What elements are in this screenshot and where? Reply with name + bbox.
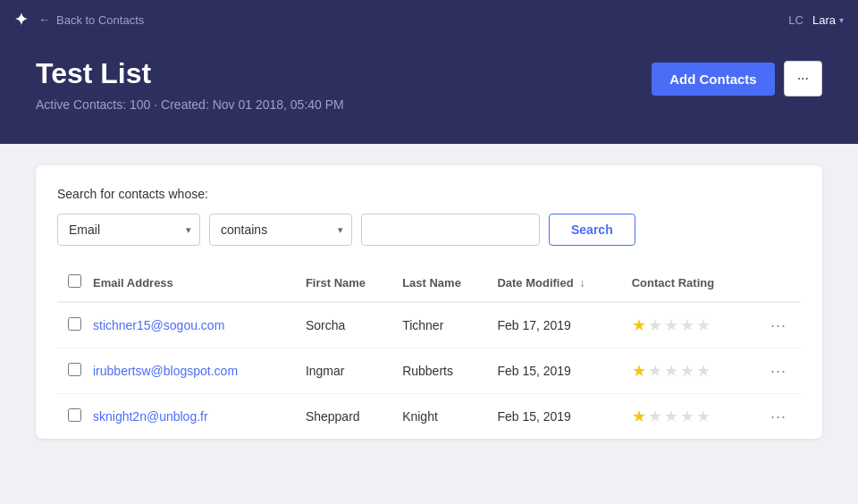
row-date-modified: Feb 15, 2019: [497, 349, 631, 394]
star-1[interactable]: ★: [632, 315, 646, 335]
email-link[interactable]: irubbertsw@blogspot.com: [93, 364, 238, 378]
row-checkbox-cell: [57, 349, 93, 394]
user-initials: LC: [788, 13, 803, 27]
star-2[interactable]: ★: [648, 361, 662, 381]
row-email: sknight2n@unblog.fr: [93, 394, 306, 440]
chevron-down-icon: ▾: [839, 15, 844, 25]
star-5[interactable]: ★: [696, 315, 711, 335]
field-select-wrapper: Email First Name Last Name ▾: [57, 214, 200, 246]
user-name-button[interactable]: Lara ▾: [812, 13, 844, 27]
row-rating: ★★★★★: [632, 394, 760, 440]
row-checkbox-0[interactable]: [68, 317, 81, 331]
row-first-name: Sheppard: [306, 394, 402, 440]
row-last-name: Tichner: [402, 302, 497, 349]
star-rating[interactable]: ★★★★★: [632, 361, 749, 381]
search-row: Email First Name Last Name ▾ contains eq…: [57, 214, 801, 246]
contacts-table: Email Address First Name Last Name Date …: [57, 264, 801, 439]
star-3[interactable]: ★: [664, 407, 678, 426]
nav-left: ✦ ← Back to Contacts: [14, 10, 144, 29]
row-actions-button[interactable]: ···: [759, 302, 801, 349]
star-rating[interactable]: ★★★★★: [632, 407, 749, 426]
search-label: Search for contacts whose:: [57, 187, 801, 201]
sort-icon: ↓: [579, 277, 585, 290]
logo-icon: ✦: [14, 10, 28, 29]
star-2[interactable]: ★: [648, 407, 662, 426]
row-actions-button[interactable]: ···: [759, 394, 801, 440]
star-4[interactable]: ★: [680, 407, 694, 426]
row-rating: ★★★★★: [632, 349, 760, 394]
back-label: Back to Contacts: [56, 13, 144, 27]
star-3[interactable]: ★: [664, 315, 678, 335]
row-last-name: Knight: [402, 394, 497, 440]
condition-select[interactable]: contains equals starts with ends with: [209, 214, 352, 246]
row-date-modified: Feb 17, 2019: [497, 302, 631, 349]
table-row: stichner15@sogou.comSorchaTichnerFeb 17,…: [57, 302, 801, 349]
row-checkbox-1[interactable]: [68, 363, 81, 376]
back-arrow-icon: ←: [38, 13, 51, 27]
search-button[interactable]: Search: [549, 214, 635, 246]
row-checkbox-cell: [57, 302, 93, 349]
col-rating: Contact Rating: [632, 264, 760, 302]
header-meta: Active Contacts: 100 · Created: Nov 01 2…: [36, 97, 344, 112]
top-nav: ✦ ← Back to Contacts LC Lara ▾: [0, 0, 858, 39]
row-email: stichner15@sogou.com: [93, 302, 306, 349]
search-card: Search for contacts whose: Email First N…: [36, 165, 822, 439]
select-all-checkbox[interactable]: [68, 274, 81, 288]
star-5[interactable]: ★: [696, 407, 711, 426]
row-first-name: Ingmar: [306, 349, 402, 394]
star-4[interactable]: ★: [680, 361, 694, 381]
table-row: sknight2n@unblog.frSheppardKnightFeb 15,…: [57, 394, 801, 440]
row-checkbox-cell: [57, 394, 93, 440]
nav-right: LC Lara ▾: [788, 13, 844, 27]
page-header: Test List Active Contacts: 100 · Created…: [0, 39, 858, 144]
email-link[interactable]: stichner15@sogou.com: [93, 318, 224, 332]
more-options-button[interactable]: ···: [784, 61, 822, 97]
col-actions-header: [759, 264, 801, 302]
select-all-cell: [57, 264, 93, 302]
page-title: Test List: [36, 57, 344, 90]
star-2[interactable]: ★: [648, 315, 662, 335]
row-checkbox-2[interactable]: [68, 408, 81, 422]
star-4[interactable]: ★: [680, 315, 694, 335]
main-content: Search for contacts whose: Email First N…: [0, 144, 858, 460]
add-contacts-button[interactable]: Add Contacts: [652, 63, 775, 96]
star-3[interactable]: ★: [664, 361, 678, 381]
back-to-contacts-link[interactable]: ← Back to Contacts: [38, 13, 144, 27]
col-date-modified[interactable]: Date Modified ↓: [497, 264, 631, 302]
field-select[interactable]: Email First Name Last Name: [57, 214, 200, 246]
col-email: Email Address: [93, 264, 306, 302]
star-1[interactable]: ★: [632, 361, 646, 381]
table-row: irubbertsw@blogspot.comIngmarRubbertsFeb…: [57, 349, 801, 394]
row-actions-button[interactable]: ···: [759, 349, 801, 394]
star-rating[interactable]: ★★★★★: [632, 315, 749, 335]
row-rating: ★★★★★: [632, 302, 760, 349]
row-first-name: Sorcha: [306, 302, 402, 349]
star-5[interactable]: ★: [696, 361, 711, 381]
table-header-row: Email Address First Name Last Name Date …: [57, 264, 801, 302]
row-date-modified: Feb 15, 2019: [497, 394, 631, 440]
header-info: Test List Active Contacts: 100 · Created…: [36, 57, 344, 112]
email-link[interactable]: sknight2n@unblog.fr: [93, 409, 208, 424]
col-last-name: Last Name: [402, 264, 497, 302]
search-value-input[interactable]: [361, 214, 540, 246]
col-first-name: First Name: [306, 264, 402, 302]
header-actions: Add Contacts ···: [652, 61, 822, 97]
star-1[interactable]: ★: [632, 407, 646, 426]
row-last-name: Rubberts: [402, 349, 497, 394]
condition-select-wrapper: contains equals starts with ends with ▾: [209, 214, 352, 246]
row-email: irubbertsw@blogspot.com: [93, 349, 306, 394]
contacts-table-wrapper: Email Address First Name Last Name Date …: [57, 264, 801, 439]
